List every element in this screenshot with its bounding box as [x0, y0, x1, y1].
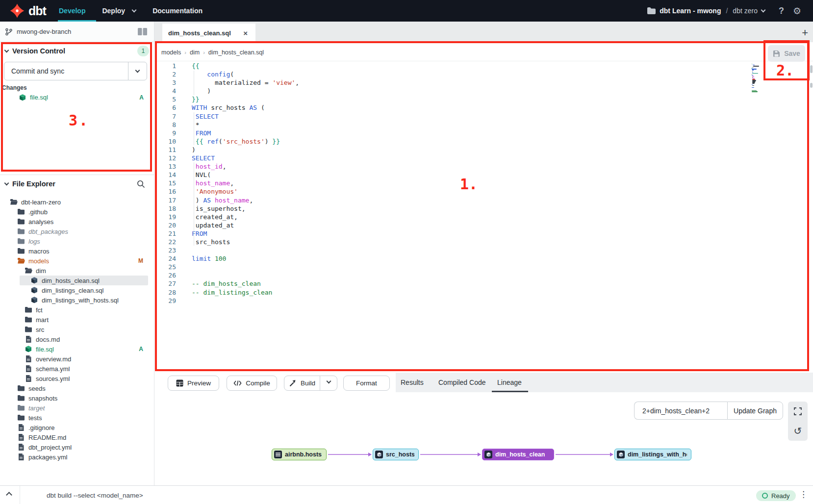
tree-item-src[interactable]: src: [0, 325, 154, 334]
tree-item-status-badge: A: [139, 346, 143, 353]
tree-item-label: dbt_project.yml: [28, 444, 72, 451]
command-input[interactable]: dbt build --select <model_name>: [47, 486, 143, 504]
build-button-label: Build: [301, 379, 315, 387]
tree-item-dbt_project.yml[interactable]: dbt_project.yml: [0, 442, 154, 452]
env-chevron-down-icon[interactable]: [761, 8, 766, 13]
lineage-node-dim_hosts_clean[interactable]: dim_hosts_clean: [482, 449, 554, 460]
format-button-label: Format: [356, 379, 377, 387]
bottom-toolbar: Preview Compile Build Format Results Com…: [154, 373, 813, 392]
editor-scrollbar-thumb[interactable]: [810, 83, 813, 88]
reset-view-icon[interactable]: ↺: [789, 422, 807, 440]
preview-button[interactable]: Preview: [168, 376, 219, 391]
code-line-17: ) AS host_name,: [192, 196, 299, 204]
project-name[interactable]: dbt Learn - mwong: [660, 7, 721, 15]
tree-item-sources.yml[interactable]: sources.yml: [0, 374, 154, 383]
lineage-selector-input[interactable]: 2+dim_hosts_clean+2: [634, 402, 727, 420]
tab-lineage[interactable]: Lineage: [497, 373, 522, 392]
nav-item-develop[interactable]: Develop: [59, 7, 85, 15]
save-button[interactable]: Save: [768, 45, 805, 62]
tree-item-label: mart: [36, 316, 49, 324]
docs-book-icon[interactable]: [138, 28, 147, 35]
tab-compiled-code[interactable]: Compiled Code: [438, 373, 486, 392]
tree-item-file.sql[interactable]: file.sqlA: [0, 344, 154, 354]
tree-item-macros[interactable]: macros: [0, 246, 154, 256]
breadcrumb-dim[interactable]: dim: [190, 49, 200, 56]
tree-item-.github[interactable]: .github: [0, 207, 154, 217]
fullscreen-icon[interactable]: [789, 403, 807, 420]
tree-item-dbt-learn-zero[interactable]: dbt-learn-zero: [0, 197, 154, 207]
tree-item-.gitignore[interactable]: .gitignore: [0, 423, 154, 432]
tree-item-fct[interactable]: fct: [0, 305, 154, 315]
environment-name[interactable]: dbt zero: [733, 7, 758, 15]
tree-item-overview.md[interactable]: overview.md: [0, 354, 154, 364]
indent-guide: [194, 162, 194, 246]
settings-gear-icon[interactable]: ⚙: [793, 6, 801, 16]
editor-scrollbar-thumb[interactable]: [810, 65, 813, 73]
tree-item-analyses[interactable]: analyses: [0, 217, 154, 227]
compile-button[interactable]: Compile: [227, 376, 277, 391]
code-line-27: -- dim_hosts_clean: [192, 279, 299, 288]
code-line-24: limit 100: [192, 254, 299, 263]
code-line-11: ): [192, 146, 299, 154]
file-icon: [17, 424, 25, 431]
tree-item-dim[interactable]: dim: [0, 266, 154, 276]
command-panel-chevron-up-icon[interactable]: [6, 492, 12, 498]
dbt-logo-icon: [10, 3, 25, 18]
tree-item-schema.yml[interactable]: schema.yml: [0, 364, 154, 374]
lineage-node-dim_listings_with_hosts[interactable]: dim_listings_with_hosts: [614, 449, 691, 460]
tree-item-models[interactable]: modelsM: [0, 256, 154, 266]
nav-item-documentation[interactable]: Documentation: [152, 7, 203, 15]
format-button[interactable]: Format: [343, 376, 390, 391]
code-content[interactable]: {{ config( materialized = 'view', )}}WIT…: [192, 62, 299, 305]
new-tab-icon[interactable]: +: [802, 26, 808, 39]
folder-icon: [17, 384, 25, 392]
model-cube-icon: [484, 451, 492, 458]
breadcrumb-file[interactable]: dim_hosts_clean.sql: [208, 49, 264, 56]
update-graph-button[interactable]: Update Graph: [727, 402, 783, 420]
build-chevron-down-icon[interactable]: [327, 379, 331, 384]
editor-minimap[interactable]: [752, 64, 762, 93]
tree-item-dbt_packages[interactable]: dbt_packages: [0, 227, 154, 236]
lineage-node-airbnb.hosts[interactable]: airbnb.hosts: [272, 449, 327, 460]
tree-item-docs.md[interactable]: docs.md: [0, 334, 154, 344]
file-icon: [25, 335, 32, 343]
file-icon: [25, 365, 32, 373]
save-button-label: Save: [784, 50, 800, 57]
lineage-node-src_hosts[interactable]: src_hosts: [373, 449, 419, 460]
tree-item-snapshots[interactable]: snapshots: [0, 393, 154, 403]
indent-guide: [194, 112, 194, 145]
tree-item-label: file.sql: [36, 346, 54, 353]
tree-item-seeds[interactable]: seeds: [0, 383, 154, 393]
tree-item-mart[interactable]: mart: [0, 315, 154, 325]
file-explorer-header[interactable]: File Explorer: [0, 175, 154, 193]
tree-item-dim_listings_clean.sql[interactable]: dim_listings_clean.sql: [0, 285, 154, 295]
breadcrumb-models[interactable]: models: [161, 49, 181, 56]
tree-item-dim_listings_with_hosts.sql[interactable]: dim_listings_with_hosts.sql: [0, 295, 154, 305]
tree-item-packages.yml[interactable]: packages.yml: [0, 452, 154, 462]
tree-item-label: models: [28, 257, 49, 265]
tab-close-icon[interactable]: ×: [241, 29, 250, 37]
commit-and-sync-button[interactable]: Commit and sync: [4, 62, 147, 80]
tree-item-target[interactable]: target: [0, 403, 154, 413]
version-control-header[interactable]: Version Control 1: [0, 42, 154, 60]
nav-item-deploy[interactable]: Deploy: [102, 7, 136, 15]
search-icon[interactable]: [137, 180, 145, 188]
tree-item-label: dim_listings_with_hosts.sql: [42, 297, 119, 304]
branch-name[interactable]: mwong-dev-branch: [17, 28, 71, 35]
tab-results[interactable]: Results: [401, 373, 424, 392]
tab-dim-hosts-clean[interactable]: dim_hosts_clean.sql ×: [162, 24, 255, 42]
kebab-menu-icon[interactable]: ⋮: [799, 489, 808, 500]
tree-item-README.md[interactable]: README.md: [0, 432, 154, 442]
tree-item-logs[interactable]: logs: [0, 236, 154, 246]
code-line-10: {{ ref('src_hosts') }}: [192, 137, 299, 146]
tree-item-dim_hosts_clean.sql[interactable]: dim_hosts_clean.sql: [0, 276, 154, 285]
tree-item-tests[interactable]: tests: [0, 413, 154, 423]
commit-options-split[interactable]: [128, 62, 147, 80]
build-split-divider: [320, 376, 320, 390]
dbt-logo[interactable]: dbt: [0, 3, 59, 18]
code-editor[interactable]: models › dim › dim_hosts_clean.sql Save …: [154, 42, 813, 373]
build-button[interactable]: Build: [284, 376, 337, 391]
change-item-file.sql[interactable]: file.sqlA: [0, 92, 154, 102]
tree-item-status-badge: M: [138, 257, 143, 264]
help-icon[interactable]: ?: [779, 6, 784, 16]
